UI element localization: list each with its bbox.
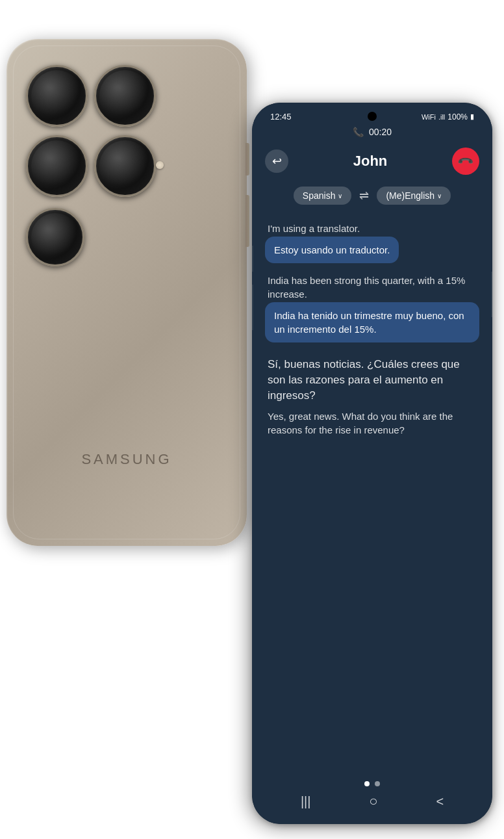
call-bar: 📞 00:20 — [252, 124, 492, 142]
large-translated-text: Yes, great news. What do you think are t… — [265, 408, 479, 438]
call-icon: 📞 — [353, 127, 364, 137]
brand-text: SAMSUNG — [81, 451, 171, 468]
phone-front: 12:45 WiFi .ill 100% ▮ 📞 00:20 ↩ John — [252, 103, 492, 824]
wifi-icon: WiFi — [422, 113, 436, 121]
bottom-nav: ||| ○ < — [252, 772, 492, 824]
camera-lens-5 — [26, 208, 84, 266]
page-dot-1 — [364, 781, 370, 786]
target-language-label: (Me)English — [386, 190, 435, 201]
original-text-2: India has been strong this quarter, with… — [265, 272, 479, 302]
power-button-front — [491, 272, 492, 317]
original-text-1: I'm using a translator. — [265, 220, 479, 237]
end-call-icon: 📞 — [457, 152, 475, 170]
target-language-selector[interactable]: (Me)English ∨ — [377, 187, 451, 205]
nav-home-button[interactable]: ○ — [369, 793, 377, 810]
message-group-2: India has been strong this quarter, with… — [265, 272, 479, 342]
nav-buttons: ||| ○ < — [252, 793, 492, 810]
camera-module — [26, 65, 156, 273]
battery-icon: ▮ — [470, 112, 474, 121]
chat-area: I'm using a translator. Estoy usando un … — [252, 214, 492, 450]
signal-icon: .ill — [438, 113, 445, 121]
end-call-button[interactable]: 📞 — [452, 148, 479, 175]
camera-lens-4 — [94, 135, 156, 197]
language-selector: Spanish ∨ ⇌ (Me)English ∨ — [252, 183, 492, 214]
large-original-text: Sí, buenas noticias. ¿Cuáles crees que s… — [265, 352, 479, 408]
camera-lens-2 — [94, 65, 156, 127]
source-chevron-icon: ∨ — [338, 192, 342, 200]
camera-lens-3 — [26, 135, 88, 197]
source-language-label: Spanish — [303, 190, 336, 201]
source-language-selector[interactable]: Spanish ∨ — [294, 187, 352, 205]
nav-back-button[interactable]: < — [436, 794, 444, 809]
back-button[interactable]: ↩ — [265, 149, 288, 173]
camera-lens-1 — [26, 65, 88, 127]
front-camera — [368, 112, 377, 121]
volume-down-button — [252, 285, 253, 330]
back-icon: ↩ — [272, 154, 282, 168]
message-group-1: I'm using a translator. Estoy usando un … — [265, 220, 479, 263]
swap-languages-icon[interactable]: ⇌ — [359, 188, 369, 203]
translated-bubble-2: India ha tenido un trimestre muy bueno, … — [265, 302, 479, 342]
page-dot-2 — [375, 781, 380, 786]
phone-screen: 12:45 WiFi .ill 100% ▮ 📞 00:20 ↩ John — [252, 103, 492, 824]
target-chevron-icon: ∨ — [437, 192, 442, 200]
battery-text: 100% — [447, 112, 468, 122]
camera-flash — [156, 161, 164, 169]
screen-content: 12:45 WiFi .ill 100% ▮ 📞 00:20 ↩ John — [252, 103, 492, 824]
translated-bubble-1: Estoy usando un traductor. — [265, 237, 399, 263]
status-icons: WiFi .ill 100% ▮ — [422, 112, 474, 122]
volume-up-button — [252, 246, 253, 272]
nav-menu-button[interactable]: ||| — [301, 794, 311, 809]
message-group-3: Sí, buenas noticias. ¿Cuáles crees que s… — [265, 352, 479, 438]
power-button — [246, 143, 249, 175]
phone-back: SAMSUNG — [6, 39, 247, 546]
page-indicator — [364, 781, 380, 786]
contact-name: John — [353, 153, 388, 170]
volume-button — [246, 195, 249, 247]
contact-header: ↩ John 📞 — [252, 142, 492, 183]
call-duration: 00:20 — [369, 127, 392, 137]
status-time: 12:45 — [270, 112, 292, 122]
